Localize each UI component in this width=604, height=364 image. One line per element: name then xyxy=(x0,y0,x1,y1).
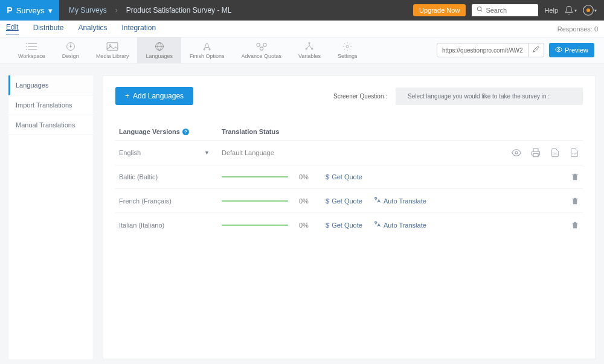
workspace-icon xyxy=(25,41,38,52)
delete-icon[interactable] xyxy=(571,221,579,229)
doc-icon[interactable]: DOC xyxy=(550,148,560,158)
top-header: P Surveys ▾ My Surveys › Product Satisfa… xyxy=(0,0,604,21)
tool-design[interactable]: Design xyxy=(54,37,88,63)
preview-button[interactable]: Preview xyxy=(549,43,594,57)
edit-url-icon[interactable] xyxy=(528,43,544,57)
notification-bell-icon[interactable]: ▾ xyxy=(564,5,577,15)
subnav-tabs: Edit Distribute Analytics Integration xyxy=(6,23,156,34)
toolbar-right: Preview xyxy=(437,43,594,57)
media-icon xyxy=(106,41,119,52)
svg-point-3 xyxy=(586,8,590,12)
survey-url-input[interactable] xyxy=(437,45,528,56)
progress-pct: 0% xyxy=(299,197,315,205)
language-name: Baltic (Baltic) xyxy=(119,173,158,180)
svg-line-1 xyxy=(481,10,482,11)
language-name: Italian (Italiano) xyxy=(119,222,164,229)
breadcrumb: My Surveys › Product Satisfaction Survey… xyxy=(59,6,413,14)
default-language-label: Default Language xyxy=(222,149,274,156)
logo-icon: P xyxy=(7,5,12,15)
search-wrap[interactable] xyxy=(472,4,538,16)
svg-text:PDF: PDF xyxy=(572,153,577,155)
svg-point-23 xyxy=(309,42,310,43)
sidebar-item-manual-translations[interactable]: Manual Translations xyxy=(8,115,93,135)
language-name: French (Français) xyxy=(119,197,172,205)
eye-icon xyxy=(555,46,562,54)
crumb-sep: › xyxy=(115,6,118,14)
col-header-language: Language Versions ? xyxy=(119,128,222,135)
upgrade-button[interactable]: Upgrade Now xyxy=(413,4,466,16)
main-area: Languages Import Translations Manual Tra… xyxy=(0,63,604,364)
svg-point-22 xyxy=(260,47,263,50)
progress-pct: 0% xyxy=(299,222,315,229)
quotas-icon xyxy=(255,41,268,52)
chevron-down-icon: ▾ xyxy=(574,8,577,13)
svg-point-14 xyxy=(109,45,111,46)
svg-point-0 xyxy=(478,7,481,10)
responses-count: Responses: 0 xyxy=(557,25,598,33)
toolbar-items: Workspace Design Media Library Languages… xyxy=(10,37,365,63)
tab-integration[interactable]: Integration xyxy=(121,24,156,34)
tab-analytics[interactable]: Analytics xyxy=(78,24,107,34)
table-header: Language Versions ? Translation Status xyxy=(115,123,583,140)
logo-surveys[interactable]: P Surveys ▾ xyxy=(0,0,59,21)
get-quote-link[interactable]: $ Get Quote xyxy=(326,173,362,180)
translate-icon xyxy=(373,196,381,205)
user-avatar[interactable]: ▾ xyxy=(583,5,597,16)
tool-finish-options[interactable]: Finish Options xyxy=(181,37,233,63)
svg-point-21 xyxy=(263,43,266,46)
svg-point-20 xyxy=(257,43,260,46)
dollar-icon: $ xyxy=(326,222,329,229)
auto-translate-link[interactable]: Auto Translate xyxy=(373,220,426,229)
content-panel: + Add Languages Screener Question : Sele… xyxy=(103,75,596,359)
screener-label: Screener Question : xyxy=(333,93,387,100)
tool-media-library[interactable]: Media Library xyxy=(88,37,138,63)
tab-distribute[interactable]: Distribute xyxy=(33,24,64,34)
dollar-icon: $ xyxy=(326,173,329,180)
translation-progress xyxy=(222,225,288,226)
tool-workspace[interactable]: Workspace xyxy=(10,37,54,63)
add-languages-button[interactable]: + Add Languages xyxy=(115,87,193,105)
info-icon[interactable]: ? xyxy=(182,129,189,135)
survey-url-box xyxy=(437,43,544,57)
sidebar-item-import-translations[interactable]: Import Translations xyxy=(8,95,93,115)
row-actions: DOC PDF xyxy=(512,148,579,158)
crumb-survey-name[interactable]: Product Satisfaction Survey - ML xyxy=(126,6,232,14)
screener-question-input[interactable]: Select language you would like to take t… xyxy=(396,88,583,105)
search-input[interactable] xyxy=(486,7,534,14)
chevron-down-icon: ▾ xyxy=(48,6,53,15)
tool-settings[interactable]: Settings xyxy=(329,37,366,63)
crumb-my-surveys[interactable]: My Surveys xyxy=(69,6,107,14)
tool-variables[interactable]: Variables xyxy=(290,37,329,63)
translation-progress xyxy=(222,176,288,177)
header-right: Upgrade Now Help ▾ ▾ xyxy=(413,4,604,16)
finish-icon xyxy=(201,41,214,52)
progress-pct: 0% xyxy=(299,173,315,180)
svg-point-26 xyxy=(346,45,349,48)
tool-languages[interactable]: Languages xyxy=(137,37,181,63)
delete-icon[interactable] xyxy=(571,197,579,205)
languages-icon xyxy=(153,41,166,52)
variables-icon xyxy=(303,41,316,52)
svg-text:DOC: DOC xyxy=(553,153,557,155)
pdf-icon[interactable]: PDF xyxy=(570,148,579,158)
tool-advance-quotas[interactable]: Advance Quotas xyxy=(233,37,290,63)
print-icon[interactable] xyxy=(531,148,541,158)
settings-icon xyxy=(341,41,354,52)
plus-icon: + xyxy=(125,92,129,100)
language-cell[interactable]: English ▼ xyxy=(119,149,222,156)
screener-section: Screener Question : Select language you … xyxy=(333,88,583,105)
auto-translate-link[interactable]: Auto Translate xyxy=(373,196,426,205)
tab-edit[interactable]: Edit xyxy=(6,23,19,34)
col-header-status: Translation Status xyxy=(222,128,579,135)
preview-icon[interactable] xyxy=(512,148,521,158)
get-quote-link[interactable]: $ Get Quote xyxy=(326,197,362,205)
table-row: French (Français) 0% $ Get Quote Auto Tr… xyxy=(115,188,583,212)
table-row: Baltic (Baltic) 0% $ Get Quote xyxy=(115,165,583,188)
help-link[interactable]: Help xyxy=(544,7,558,14)
get-quote-link[interactable]: $ Get Quote xyxy=(326,222,362,229)
sidebar: Languages Import Translations Manual Tra… xyxy=(8,75,93,359)
sidebar-item-languages[interactable]: Languages xyxy=(8,75,93,95)
delete-icon[interactable] xyxy=(571,173,579,181)
design-icon xyxy=(64,41,77,52)
logo-text: Surveys xyxy=(16,6,45,15)
